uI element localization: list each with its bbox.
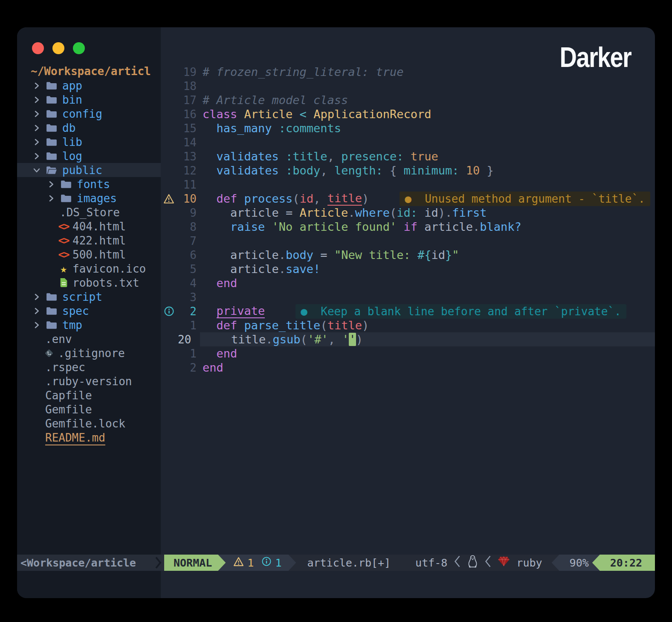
code-line[interactable]: 1 end bbox=[161, 346, 655, 360]
line-number: 16 bbox=[177, 108, 197, 121]
line-number: 8 bbox=[177, 221, 197, 233]
chevron-collapsed-icon[interactable] bbox=[32, 138, 41, 146]
code-line[interactable]: 12 validates :body, length: { minimum: 1… bbox=[161, 163, 655, 177]
tree-item-README.md[interactable]: README.md bbox=[17, 430, 161, 445]
tree-item-.env[interactable]: .env bbox=[17, 332, 161, 346]
tree-item-500.html[interactable]: <>500.html bbox=[17, 247, 161, 262]
diagnostic-virtual-text: ● Unused method argument - `title`. bbox=[400, 192, 650, 206]
close-button[interactable] bbox=[32, 42, 44, 54]
tree-item-spec[interactable]: spec bbox=[17, 304, 161, 318]
tree-item-favicon.ico[interactable]: ★favicon.ico bbox=[17, 262, 161, 276]
statusbar-tree-path: <Workspace/article bbox=[17, 555, 164, 571]
tree-item-label: .rspec bbox=[45, 361, 85, 374]
code-line[interactable]: 16class Article < ApplicationRecord bbox=[161, 107, 655, 121]
info-sign-icon bbox=[161, 306, 177, 317]
code-line[interactable]: 6 article.body = "New title: #{id}" bbox=[161, 248, 655, 262]
tree-item-log[interactable]: log bbox=[17, 149, 161, 163]
folder-icon bbox=[46, 292, 58, 302]
line-number: 1 bbox=[177, 319, 197, 332]
code-line[interactable]: 9 article = Article.where(id: id).first bbox=[161, 206, 655, 220]
tree-item-Gemfile[interactable]: Gemfile bbox=[17, 402, 161, 416]
chevron-collapsed-icon[interactable] bbox=[32, 124, 41, 132]
tree-item-tmp[interactable]: tmp bbox=[17, 318, 161, 332]
chevron-right-icon bbox=[155, 556, 162, 572]
code-text: # Article model class bbox=[203, 93, 655, 107]
code-text: validates :title, presence: true bbox=[203, 149, 655, 163]
tree-item-.gitignore[interactable]: .gitignore bbox=[17, 346, 161, 360]
code-text bbox=[203, 79, 655, 93]
chevron-collapsed-icon[interactable] bbox=[32, 307, 41, 315]
chevron-collapsed-icon[interactable] bbox=[32, 82, 41, 90]
tree-item-Gemfile.lock[interactable]: Gemfile.lock bbox=[17, 416, 161, 430]
code-text bbox=[203, 135, 655, 149]
tree-item-.DS_Store[interactable]: .DS_Store bbox=[17, 205, 161, 219]
chevron-collapsed-icon[interactable] bbox=[32, 152, 41, 160]
tree-item-db[interactable]: db bbox=[17, 121, 161, 135]
window-title: Darker bbox=[559, 41, 631, 73]
filename: article.rb[+] bbox=[307, 555, 391, 571]
code-line[interactable]: 3 bbox=[161, 290, 655, 304]
code-text: end bbox=[203, 346, 655, 360]
minimize-button[interactable] bbox=[52, 42, 64, 54]
tree-item-label: db bbox=[62, 122, 75, 134]
maximize-button[interactable] bbox=[73, 42, 85, 54]
code-line[interactable]: 8 raise 'No article found' if article.bl… bbox=[161, 220, 655, 234]
tree-item-images[interactable]: images bbox=[17, 191, 161, 205]
chevron-collapsed-icon[interactable] bbox=[32, 110, 41, 118]
folder-icon bbox=[61, 180, 72, 189]
folder-icon bbox=[46, 151, 58, 161]
tree-item-404.html[interactable]: <>404.html bbox=[17, 219, 161, 233]
line-number: 11 bbox=[177, 178, 197, 191]
code-text: def process(id, title)● Unused method ar… bbox=[203, 192, 655, 206]
tree-item-public[interactable]: public bbox=[17, 163, 161, 177]
html-file-icon: <> bbox=[57, 221, 70, 233]
line-number: 2 bbox=[177, 361, 197, 374]
code-line[interactable]: 17# Article model class bbox=[161, 93, 655, 107]
tree-item-app[interactable]: app bbox=[17, 78, 161, 93]
chevron-collapsed-icon[interactable] bbox=[32, 321, 41, 329]
chevron-expanded-icon[interactable] bbox=[32, 166, 41, 174]
chevron-collapsed-icon[interactable] bbox=[47, 180, 55, 188]
code-line[interactable]: 18 bbox=[161, 79, 655, 93]
code-line[interactable]: 7 bbox=[161, 234, 655, 248]
line-number: 19 bbox=[177, 66, 197, 78]
tree-item-label: Gemfile.lock bbox=[45, 417, 125, 430]
tree-item-label: app bbox=[62, 79, 82, 92]
tree-item-bin[interactable]: bin bbox=[17, 93, 161, 107]
tree-item-label: Gemfile bbox=[45, 403, 92, 416]
tree-item-label: script bbox=[62, 291, 102, 303]
code-line[interactable]: 2end bbox=[161, 360, 655, 375]
chevron-collapsed-icon[interactable] bbox=[32, 96, 41, 104]
tree-item-label: .gitignore bbox=[58, 347, 125, 360]
tree-item-robots.txt[interactable]: robots.txt bbox=[17, 276, 161, 290]
line-number: 3 bbox=[177, 291, 197, 304]
tree-item-lib[interactable]: lib bbox=[17, 135, 161, 149]
code-line[interactable]: 1 def parse_title(title) bbox=[161, 318, 655, 332]
line-number: 9 bbox=[177, 206, 197, 219]
tree-root-path[interactable]: ~/Workspace/articl bbox=[31, 65, 151, 78]
code-line[interactable]: 10 def process(id, title)● Unused method… bbox=[161, 192, 655, 206]
code-line[interactable]: 2 private● Keep a blank line before and … bbox=[161, 304, 655, 318]
code-text bbox=[203, 177, 655, 192]
code-line[interactable]: 15 has_many :comments bbox=[161, 121, 655, 135]
folder-icon bbox=[46, 137, 58, 147]
code-line[interactable]: 20 title.gsub('#', '') bbox=[161, 332, 655, 346]
code-line[interactable]: 11 bbox=[161, 177, 655, 192]
tree-item-.ruby-version[interactable]: .ruby-version bbox=[17, 374, 161, 388]
tree-item-script[interactable]: script bbox=[17, 290, 161, 304]
code-text bbox=[203, 234, 655, 248]
line-number: 17 bbox=[177, 94, 197, 107]
code-line[interactable]: 14 bbox=[161, 135, 655, 149]
tree-item-config[interactable]: config bbox=[17, 107, 161, 121]
tree-item-label: spec bbox=[62, 305, 89, 317]
chevron-collapsed-icon[interactable] bbox=[32, 293, 41, 301]
chevron-collapsed-icon[interactable] bbox=[47, 195, 55, 202]
code-line[interactable]: 4 end bbox=[161, 276, 655, 290]
tree-item-422.html[interactable]: <>422.html bbox=[17, 233, 161, 247]
statusbar-right: utf-8 r bbox=[415, 555, 542, 571]
tree-item-fonts[interactable]: fonts bbox=[17, 177, 161, 191]
tree-item-Capfile[interactable]: Capfile bbox=[17, 388, 161, 402]
code-line[interactable]: 13 validates :title, presence: true bbox=[161, 149, 655, 163]
tree-item-.rspec[interactable]: .rspec bbox=[17, 360, 161, 374]
code-line[interactable]: 5 article.save! bbox=[161, 262, 655, 276]
